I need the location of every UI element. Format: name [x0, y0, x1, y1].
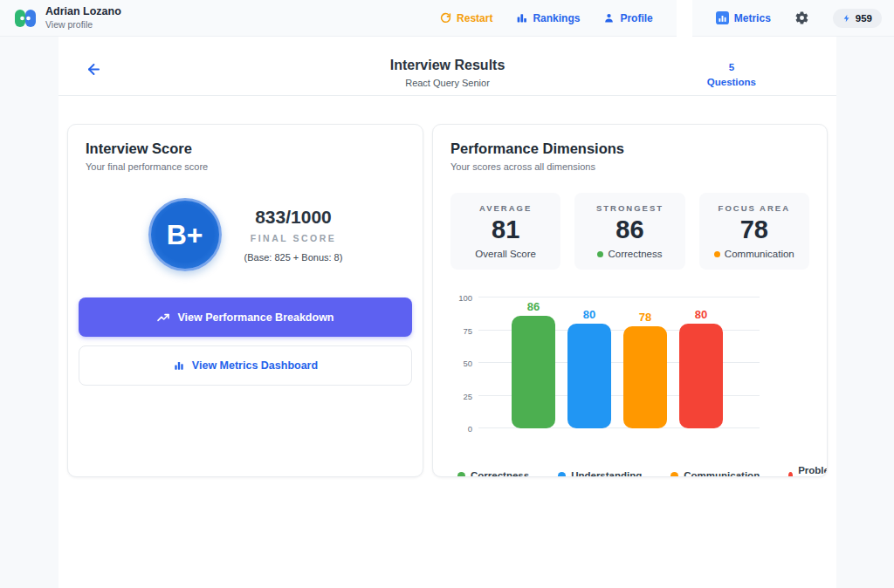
score-card-subtitle: Your final performance score	[86, 161, 405, 172]
restart-button[interactable]: Restart	[440, 12, 492, 24]
view-performance-breakdown-button[interactable]: View Performance Breakdown	[79, 297, 412, 337]
bar-chart-icon	[173, 359, 185, 372]
page-background: Interview Results React Query Senior 5 Q…	[0, 37, 894, 588]
stat-box: FOCUS AREA 78 Communication	[699, 193, 809, 270]
main-panel: Interview Results React Query Senior 5 Q…	[58, 37, 836, 588]
score-row: B+ 833/1000 FINAL SCORE (Base: 825 + Bon…	[86, 198, 405, 271]
rankings-button[interactable]: Rankings	[516, 12, 580, 24]
stat-dot	[714, 251, 720, 257]
stat-dot	[597, 251, 603, 257]
metrics-icon	[716, 11, 729, 24]
energy-count: 959	[856, 13, 872, 24]
gear-icon	[794, 10, 809, 25]
energy-badge[interactable]: 959	[833, 9, 882, 28]
bar-correctness: 86	[512, 297, 555, 428]
user-brand[interactable]: Adrian Lozano View profile	[14, 5, 121, 31]
settings-gear-button[interactable]	[794, 10, 809, 25]
legend-item: Problem Solving	[788, 465, 828, 477]
user-name: Adrian Lozano	[45, 5, 121, 19]
y-axis-tick: 0	[468, 424, 472, 434]
metrics-button[interactable]: Metrics	[716, 11, 771, 24]
cards-row: Interview Score Your final performance s…	[58, 96, 836, 477]
bar-chart-bars: 86807880	[512, 297, 760, 428]
lightning-icon	[842, 13, 851, 24]
y-axis-tick: 75	[463, 325, 472, 335]
questions-count: 5	[707, 60, 756, 75]
profile-button[interactable]: Profile	[603, 12, 652, 24]
legend-item: Correctness	[457, 465, 529, 477]
score-card-title: Interview Score	[86, 140, 405, 157]
y-axis-tick: 50	[463, 359, 472, 368]
final-score-value: 833/1000	[244, 207, 343, 228]
score-breakdown: (Base: 825 + Bonus: 8)	[244, 252, 343, 263]
app-logo-icon	[14, 7, 37, 30]
title-bar: Interview Results React Query Senior 5 Q…	[58, 37, 836, 96]
trending-up-icon	[156, 311, 170, 325]
legend-item: Understanding	[558, 465, 642, 477]
y-axis-tick: 25	[463, 391, 472, 400]
restart-icon	[440, 12, 451, 24]
stat-box: STRONGEST 86 Correctness	[574, 193, 684, 270]
view-metrics-dashboard-button[interactable]: View Metrics Dashboard	[79, 345, 412, 386]
dimensions-card-subtitle: Your scores across all dimensions	[450, 161, 809, 172]
page-title: Interview Results	[390, 58, 505, 73]
dimensions-card-title: Performance Dimensions	[450, 140, 809, 157]
header-nav: Restart Rankings Profile	[440, 0, 882, 36]
questions-count-badge: 5 Questions	[707, 60, 756, 89]
bar-understanding: 80	[567, 297, 611, 428]
app-header: Adrian Lozano View profile Restart Ranki…	[0, 0, 894, 37]
interview-score-card: Interview Score Your final performance s…	[67, 124, 423, 477]
y-axis-tick: 100	[458, 293, 472, 303]
back-button[interactable]	[86, 61, 102, 78]
stat-box: AVERAGE 81 Overall Score	[450, 193, 560, 270]
bar-communication: 78	[623, 297, 667, 428]
page-subtitle: React Query Senior	[390, 78, 505, 88]
dimensions-bar-chart: 025507510086807880 CorrectnessUnderstand…	[450, 297, 809, 477]
bar-chart-plot: 025507510086807880	[478, 297, 760, 428]
rankings-icon	[516, 12, 527, 24]
view-profile-link[interactable]: View profile	[45, 19, 121, 31]
bar-problem-solving: 80	[679, 297, 723, 428]
header-divider	[677, 0, 692, 37]
profile-icon	[603, 12, 615, 24]
questions-label: Questions	[707, 75, 756, 90]
legend-item: Communication	[670, 465, 760, 477]
stats-row: AVERAGE 81 Overall Score STRONGEST 86 Co…	[450, 193, 809, 270]
final-score-label: FINAL SCORE	[244, 233, 343, 243]
grade-badge: B+	[148, 198, 222, 271]
performance-dimensions-card: Performance Dimensions Your scores acros…	[432, 124, 828, 477]
chart-legend: CorrectnessUnderstandingCommunicationPro…	[450, 465, 809, 477]
